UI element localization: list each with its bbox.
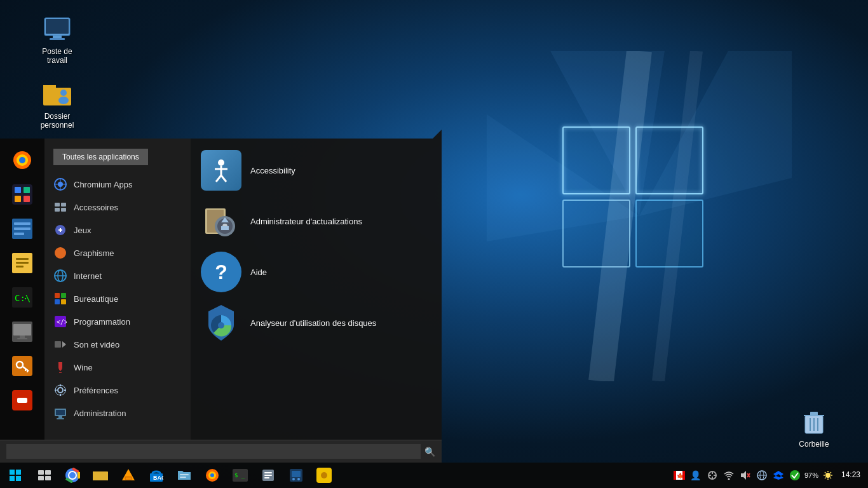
category-preferences[interactable]: Préférences <box>44 379 191 402</box>
svg-rect-31 <box>15 187 21 193</box>
wine-icon <box>53 360 67 374</box>
sidebar-manager[interactable] <box>7 214 37 244</box>
svg-point-101 <box>218 322 224 329</box>
category-accessoires[interactable]: Accessoires <box>44 196 191 219</box>
desktop-icon-dossier-personnel[interactable]: Dossier personnel <box>32 76 83 133</box>
svg-line-94 <box>221 175 226 182</box>
svg-rect-105 <box>16 476 21 481</box>
taskbar-firefox[interactable] <box>198 463 226 488</box>
sidebar-firefox[interactable] <box>7 145 37 175</box>
taskbar-yellow-app[interactable] <box>310 463 338 488</box>
tray-dropbox[interactable] <box>771 468 785 482</box>
administration-icon <box>53 406 67 420</box>
tray-brightness[interactable] <box>821 468 835 482</box>
sidebar-display[interactable] <box>7 316 37 347</box>
svg-rect-33 <box>15 196 21 202</box>
svg-rect-32 <box>24 187 30 193</box>
tray-flag[interactable]: 🍁 <box>672 468 686 482</box>
desktop-icon-recycle-bin[interactable]: Corbeille <box>789 404 839 451</box>
svg-rect-73 <box>61 293 66 298</box>
svg-rect-89 <box>56 410 65 415</box>
svg-rect-75 <box>61 299 66 304</box>
folder-user-icon <box>42 79 72 109</box>
taskbar-vlc[interactable] <box>114 463 142 488</box>
clock-time: 14:23 <box>841 470 860 480</box>
wine-label: Wine <box>74 363 93 372</box>
svg-point-155 <box>790 470 800 480</box>
app-update[interactable]: Administrateur d'actualizations <box>191 196 442 247</box>
taskbar-chromium[interactable] <box>58 463 86 488</box>
search-input[interactable] <box>6 444 421 459</box>
app-aide[interactable]: ? Aide <box>191 247 442 297</box>
search-icon[interactable]: 🔍 <box>424 447 435 457</box>
accessoires-label: Accessoires <box>74 203 118 212</box>
svg-text:</>: </> <box>57 318 67 325</box>
tray-check[interactable] <box>788 468 802 482</box>
svg-point-29 <box>19 157 25 163</box>
svg-rect-40 <box>16 258 29 260</box>
chromium-apps-icon <box>53 177 67 191</box>
administration-label: Administration <box>74 409 126 418</box>
category-son-video[interactable]: Son et vidéo <box>44 333 191 356</box>
svg-point-135 <box>321 472 327 478</box>
app-disk[interactable]: Analyseur d'utilisation des disques <box>191 297 442 348</box>
programmation-label: Programmation <box>74 317 130 327</box>
svg-rect-119 <box>180 474 189 475</box>
category-programmation[interactable]: </> Programmation <box>44 310 191 333</box>
category-graphisme[interactable]: Graphisme <box>44 241 191 264</box>
sidebar-password[interactable] <box>7 351 37 381</box>
taskbar-store[interactable]: BAG <box>142 463 170 488</box>
tray-battery: 97% <box>804 468 818 482</box>
jeux-icon <box>53 223 67 237</box>
sidebar-stop[interactable] <box>7 385 37 416</box>
taskbar-terminal[interactable]: $ _ <box>226 463 254 488</box>
svg-point-19 <box>60 90 67 96</box>
toutes-apps-button[interactable]: Toutes les applications <box>53 149 148 165</box>
category-bureautique[interactable]: Bureautique <box>44 287 191 310</box>
svg-rect-102 <box>10 470 15 475</box>
svg-rect-56 <box>17 398 27 403</box>
app-accessibility[interactable]: Accessibility <box>191 145 442 196</box>
desktop-icon-poste-travail[interactable]: Poste de travail <box>32 11 83 68</box>
svg-rect-38 <box>14 233 24 235</box>
taskbar-file-manager[interactable] <box>86 463 114 488</box>
category-chromium-apps[interactable]: Chromium Apps <box>44 173 191 196</box>
svg-text:$ _: $ _ <box>234 472 245 478</box>
tray-network[interactable] <box>755 468 769 482</box>
svg-rect-87 <box>58 416 62 418</box>
svg-rect-23 <box>810 412 818 416</box>
internet-icon <box>53 269 67 283</box>
category-internet[interactable]: Internet <box>44 264 191 287</box>
system-clock[interactable]: 14:23 <box>837 470 864 480</box>
accessibility-label: Accessibility <box>250 166 295 175</box>
tray-user[interactable]: 👤 <box>689 468 703 482</box>
svg-rect-14 <box>46 19 69 34</box>
svg-rect-15 <box>53 36 62 38</box>
category-administration[interactable]: Administration <box>44 402 191 424</box>
disk-icon <box>201 302 241 343</box>
start-button[interactable] <box>0 463 31 488</box>
svg-line-163 <box>830 472 831 473</box>
tray-tools[interactable] <box>705 468 719 482</box>
svg-rect-74 <box>55 299 60 304</box>
svg-rect-137 <box>674 471 676 480</box>
taskbar-task-view[interactable] <box>31 463 58 488</box>
graphisme-label: Graphisme <box>74 248 114 258</box>
tray-wifi[interactable] <box>722 468 736 482</box>
svg-rect-48 <box>20 336 25 338</box>
taskbar-virtualbox[interactable] <box>282 463 310 488</box>
svg-point-81 <box>55 385 65 395</box>
svg-rect-61 <box>55 203 60 207</box>
graphisme-icon <box>53 246 67 260</box>
category-wine[interactable]: Wine <box>44 356 191 379</box>
tray-volume-mute[interactable] <box>738 468 752 482</box>
taskbar-files[interactable] <box>254 463 282 488</box>
svg-rect-16 <box>50 38 65 40</box>
sidebar-terminal[interactable]: C:\ <box>7 282 37 313</box>
category-jeux[interactable]: Jeux <box>44 219 191 241</box>
taskbar: BAG $ _ <box>0 463 868 488</box>
taskbar-file-mgr2[interactable] <box>170 463 198 488</box>
sidebar-store[interactable] <box>7 179 37 210</box>
svg-rect-109 <box>45 476 51 480</box>
sidebar-notes[interactable] <box>7 248 37 278</box>
